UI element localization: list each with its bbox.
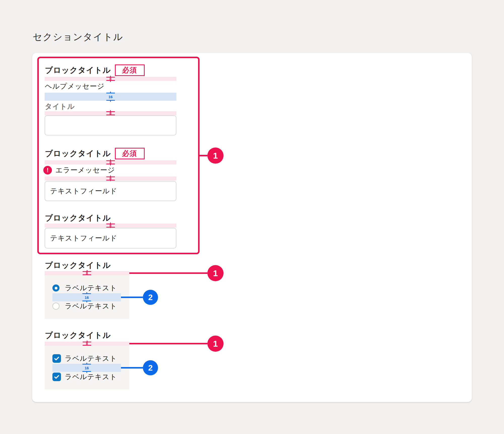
- block2-title-row: ブロックタイトル 必須: [45, 148, 145, 160]
- radio-selected-icon[interactable]: [52, 284, 59, 292]
- callout-2-badge: 2: [143, 290, 158, 305]
- block3-text-field[interactable]: テキストフィールド: [45, 228, 176, 248]
- radio-option-row[interactable]: ラベルテキスト: [52, 284, 117, 292]
- radio-block-title-row: ブロックタイトル: [45, 260, 111, 270]
- checkbox-option-label: ラベルテキスト: [65, 372, 117, 382]
- spacing-marker-8: 8: [83, 342, 91, 346]
- checkmark-icon: [53, 355, 60, 362]
- callout-2-badge: 2: [143, 360, 158, 375]
- block1-inner-label: タイトル: [45, 102, 75, 111]
- block1-spacing-bar-8a: 8: [45, 77, 176, 81]
- spacing-marker-16: 16: [106, 93, 115, 101]
- section-title: セクションタイトル: [33, 31, 123, 43]
- spacing-marker-8: 8: [106, 111, 115, 115]
- radio-option-row[interactable]: ラベルテキスト: [52, 302, 117, 310]
- checkbox-checked-icon[interactable]: [52, 354, 61, 363]
- checkbox-block-spacing-bar-8: 8: [45, 342, 129, 346]
- block1-required-badge: 必須: [115, 64, 145, 76]
- block2-error-message: エラーメッセージ: [55, 165, 115, 175]
- spacing-marker-8: 8: [106, 77, 115, 81]
- radio-block-title: ブロックタイトル: [45, 260, 111, 271]
- page: セクションタイトル ブロックタイトル 必須 8 ヘルプメッセージ 16 タイトル…: [0, 0, 504, 434]
- radio-block-spacing-bar-8: 8: [45, 271, 129, 275]
- spacing-marker-16: 16: [82, 364, 91, 372]
- error-exclamation-icon: !: [43, 166, 52, 174]
- checkbox-block-title-row: ブロックタイトル: [45, 330, 111, 340]
- callout1-connector-line: [129, 272, 207, 274]
- spacing-marker-8: 8: [106, 224, 115, 228]
- block3-spacing-bar-8: 8: [45, 224, 176, 228]
- block3-title-row: ブロックタイトル: [45, 213, 111, 223]
- checkbox-option-label: ラベルテキスト: [65, 354, 117, 363]
- checkbox-option-row[interactable]: ラベルテキスト: [52, 372, 117, 381]
- checkbox-checked-icon[interactable]: [52, 373, 61, 381]
- checkbox-option-row[interactable]: ラベルテキスト: [52, 354, 117, 363]
- block2-title: ブロックタイトル: [45, 148, 111, 159]
- block2-error-row: ! エラーメッセージ: [43, 165, 115, 175]
- block1-spacing-bar-16: 16: [45, 93, 176, 101]
- checkbox-block-spacing-bar-16: 16: [52, 364, 121, 372]
- spacing-marker-8: 8: [106, 176, 115, 180]
- callout1-connector-line: [200, 155, 207, 156]
- block1-text-field[interactable]: [45, 115, 176, 135]
- callout-1-badge: 1: [207, 336, 224, 352]
- block1-title-row: ブロックタイトル 必須: [45, 64, 145, 76]
- block2-spacing-bar-8b: 8: [45, 176, 176, 180]
- radio-unselected-icon[interactable]: [52, 303, 59, 310]
- callout-1-badge: 1: [207, 265, 224, 281]
- radio-option-label: ラベルテキスト: [65, 283, 117, 293]
- block2-spacing-bar-8a: 8: [45, 160, 176, 164]
- block2-text-field[interactable]: テキストフィールド: [45, 181, 176, 201]
- block3-title: ブロックタイトル: [45, 213, 111, 223]
- checkmark-icon: [53, 374, 60, 380]
- radio-block-spacing-bar-16: 16: [52, 293, 121, 301]
- callout1-connector-line: [129, 343, 207, 344]
- radio-option-label: ラベルテキスト: [65, 301, 117, 311]
- callout-1-badge: 1: [207, 148, 224, 164]
- block2-required-badge: 必須: [115, 148, 145, 159]
- checkbox-block-title: ブロックタイトル: [45, 330, 111, 341]
- callout2-connector-line: [121, 297, 143, 298]
- spacing-marker-8: 8: [106, 160, 115, 164]
- spacing-marker-8: 8: [83, 271, 91, 275]
- block1-title: ブロックタイトル: [45, 65, 111, 76]
- spacing-marker-16: 16: [82, 293, 91, 301]
- block1-help-message: ヘルプメッセージ: [45, 82, 105, 91]
- callout2-connector-line: [121, 367, 143, 369]
- block1-spacing-bar-8b: 8: [45, 111, 176, 115]
